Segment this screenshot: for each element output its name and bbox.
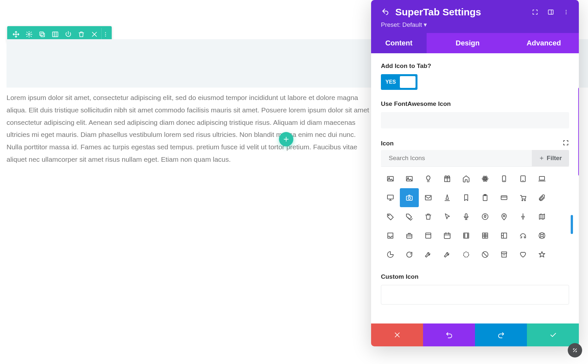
icon-option-layout[interactable] <box>495 226 514 245</box>
icon-option-laptop[interactable] <box>532 169 551 188</box>
gear-icon[interactable] <box>23 28 35 41</box>
custom-icon-label: Custom Icon <box>381 273 569 280</box>
focus-icon[interactable] <box>532 9 538 15</box>
icon-option-trash[interactable] <box>419 207 438 226</box>
expand-icon[interactable] <box>563 140 569 147</box>
kebab-icon[interactable] <box>563 8 569 16</box>
icon-option-briefcase[interactable] <box>400 226 419 245</box>
back-icon[interactable] <box>381 7 389 17</box>
redo-button[interactable] <box>475 323 527 346</box>
fontawesome-input[interactable] <box>381 112 569 128</box>
panel-tab-content[interactable]: Content <box>371 33 427 53</box>
icon-option-cart[interactable] <box>514 188 532 207</box>
icon-option-pin[interactable] <box>495 207 514 226</box>
icon-option-image-fill[interactable] <box>400 169 419 188</box>
icon-option-refresh[interactable] <box>400 245 419 264</box>
panel-footer <box>371 323 579 346</box>
duplicate-icon[interactable] <box>36 28 48 41</box>
icon-option-compass[interactable] <box>476 207 495 226</box>
icon-option-camera[interactable] <box>400 188 419 207</box>
icon-option-wrench[interactable] <box>419 245 438 264</box>
body-paragraph: Lorem ipsum dolor sit amet, consectetur … <box>7 91 372 166</box>
icon-scroll-thumb[interactable] <box>571 215 573 234</box>
icon-option-grid[interactable] <box>476 226 495 245</box>
icon-option-mail[interactable] <box>419 188 438 207</box>
icon-option-inbox[interactable] <box>381 226 400 245</box>
icon-option-headphones[interactable] <box>514 226 532 245</box>
icon-option-mic[interactable] <box>457 207 476 226</box>
icon-option-bookmark[interactable] <box>457 188 476 207</box>
icon-option-image[interactable] <box>381 169 400 188</box>
panel-tabs: ContentDesignAdvanced <box>371 33 579 53</box>
panel-title: SuperTab Settings <box>395 7 526 18</box>
icon-option-desktop[interactable] <box>381 188 400 207</box>
icon-option-home[interactable] <box>457 169 476 188</box>
add-icon-label: Add Icon to Tab? <box>381 62 569 70</box>
filter-button[interactable]: Filter <box>532 150 569 166</box>
icon-option-wrench2[interactable] <box>438 245 457 264</box>
icon-option-star[interactable] <box>532 245 551 264</box>
trash-icon[interactable] <box>75 28 88 41</box>
icon-search: Filter <box>381 150 569 166</box>
columns-icon[interactable] <box>49 28 61 41</box>
panel-tab-design[interactable]: Design <box>427 33 509 53</box>
icon-option-atom[interactable] <box>476 169 495 188</box>
icon-option-tag[interactable] <box>381 207 400 226</box>
icon-option-calendar[interactable] <box>438 226 457 245</box>
icon-option-mobile[interactable] <box>495 169 514 188</box>
add-icon-toggle[interactable]: YES <box>381 74 417 90</box>
dock-icon[interactable] <box>547 9 554 15</box>
icon-option-clipboard[interactable] <box>476 188 495 207</box>
undo-button[interactable] <box>423 323 475 346</box>
add-module-button[interactable] <box>279 132 293 146</box>
panel-tab-advanced[interactable]: Advanced <box>509 33 579 53</box>
icon-option-lifering[interactable] <box>532 226 551 245</box>
icon-option-tablet[interactable] <box>514 169 532 188</box>
icon-option-gift[interactable] <box>438 169 457 188</box>
resize-handle[interactable] <box>568 343 582 357</box>
settings-panel: SuperTab Settings Preset: Default ▾ Cont… <box>371 0 579 346</box>
icon-option-pie[interactable] <box>381 245 400 264</box>
search-input[interactable] <box>389 155 532 162</box>
power-icon[interactable] <box>62 28 74 41</box>
icon-option-archive[interactable] <box>495 245 514 264</box>
custom-icon-input[interactable] <box>381 285 569 305</box>
icon-option-block[interactable] <box>476 245 495 264</box>
icon-option-card[interactable] <box>495 188 514 207</box>
move-icon[interactable] <box>10 28 22 41</box>
icon-option-cursor[interactable] <box>438 207 457 226</box>
icon-option-cone[interactable] <box>438 188 457 207</box>
save-button[interactable] <box>527 323 579 346</box>
icon-label: Icon <box>381 140 394 147</box>
icon-option-map[interactable] <box>532 207 551 226</box>
icon-option-thumbtack[interactable] <box>514 207 532 226</box>
icon-option-clip[interactable] <box>532 188 551 207</box>
icon-option-tags[interactable] <box>400 207 419 226</box>
icon-option-spinner[interactable] <box>457 245 476 264</box>
preset-selector[interactable]: Preset: Default ▾ <box>381 21 569 28</box>
icon-option-panel[interactable] <box>419 226 438 245</box>
panel-header: SuperTab Settings Preset: Default ▾ <box>371 0 579 33</box>
icon-grid <box>381 169 569 264</box>
icon-option-film[interactable] <box>457 226 476 245</box>
close-icon[interactable] <box>88 28 101 41</box>
more-icon[interactable] <box>101 28 109 41</box>
fontawesome-label: Use FontAwesome Icon <box>381 100 569 108</box>
panel-body: Add Icon to Tab? YES Use FontAwesome Ico… <box>371 53 579 315</box>
icon-option-bulb[interactable] <box>419 169 438 188</box>
icon-option-heart[interactable] <box>514 245 532 264</box>
cancel-button[interactable] <box>371 323 423 346</box>
